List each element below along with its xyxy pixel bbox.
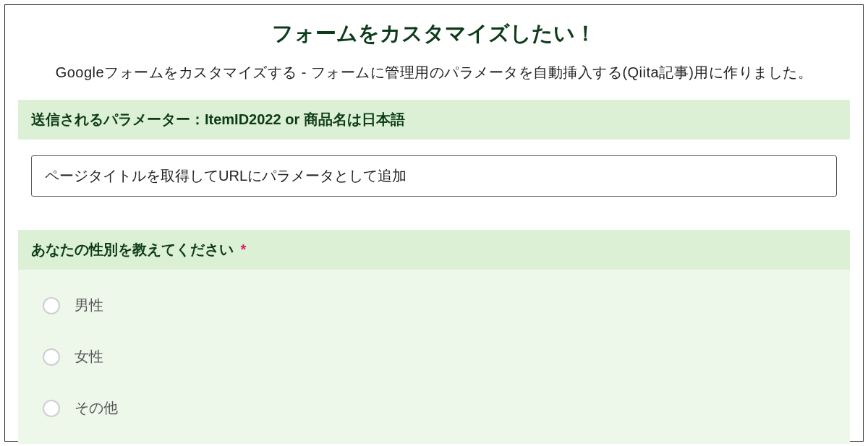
section-gender-header: あなたの性別を教えてください * [18, 230, 850, 270]
gender-radio-group: 男性 女性 その他 [40, 291, 833, 422]
form-frame: フォームをカスタマイズしたい！ Googleフォームをカスタマイズする - フォ… [4, 4, 864, 442]
radio-label: 女性 [75, 347, 103, 366]
section-parameter-body [18, 140, 850, 213]
radio-circle-icon [43, 400, 60, 417]
page-title: フォームをカスタマイズしたい！ [18, 20, 850, 48]
section-gender: あなたの性別を教えてください * 男性 女性 その他 [18, 230, 850, 444]
radio-option-other[interactable]: その他 [43, 398, 830, 418]
section-parameter-header: 送信されるパラメーター：ItemID2022 or 商品名は日本語 [18, 100, 850, 140]
parameter-input[interactable] [31, 155, 837, 197]
radio-option-female[interactable]: 女性 [43, 347, 830, 366]
radio-label: その他 [75, 398, 118, 418]
radio-option-male[interactable]: 男性 [43, 296, 830, 315]
radio-circle-icon [43, 348, 60, 366]
radio-circle-icon [43, 297, 60, 314]
page-description: Googleフォームをカスタマイズする - フォームに管理用のパラメータを自動挿… [18, 63, 850, 82]
radio-label: 男性 [75, 296, 103, 315]
section-gender-label: あなたの性別を教えてください [31, 241, 234, 257]
section-gender-body: 男性 女性 その他 [18, 270, 850, 444]
required-mark: * [241, 241, 247, 257]
section-parameter: 送信されるパラメーター：ItemID2022 or 商品名は日本語 [18, 100, 850, 213]
